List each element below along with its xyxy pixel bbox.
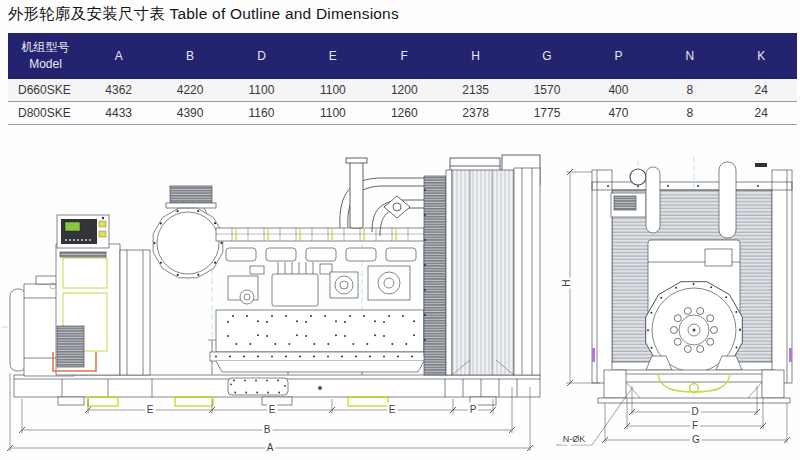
dim-cell: 4220 xyxy=(154,79,225,102)
dimensions-table: 机组型号 Model A B D E F H G P N K D660SKE 4… xyxy=(8,33,797,125)
dim-cell: 470 xyxy=(583,102,654,125)
table-row: D660SKE 4362 4220 1100 1100 1200 2135 15… xyxy=(8,79,797,102)
engine-block xyxy=(210,228,442,372)
louver-vent xyxy=(57,326,84,367)
lcd-screen xyxy=(65,222,80,231)
dim-cell: 4390 xyxy=(154,102,225,125)
col-header-e: E xyxy=(297,33,368,79)
col-header-h: H xyxy=(440,33,511,79)
dim-label-f: F xyxy=(692,420,698,431)
dim-cell: 1100 xyxy=(226,79,297,102)
dim-label-g: G xyxy=(692,434,700,445)
col-header-g: G xyxy=(511,33,582,79)
model-header-en: Model xyxy=(8,56,83,73)
dim-label-b: B xyxy=(264,424,271,435)
dim-label-e3: E xyxy=(389,404,396,415)
dim-cell: 1260 xyxy=(369,102,440,125)
table-header-row: 机组型号 Model A B D E F H G P N K xyxy=(8,33,797,79)
dim-cell: 4362 xyxy=(83,79,154,102)
dim-cell: 4433 xyxy=(83,102,154,125)
col-header-f: F xyxy=(369,33,440,79)
table-row: D800SKE 4433 4390 1160 1100 1260 2378 17… xyxy=(8,102,797,125)
dim-cell: 2378 xyxy=(440,102,511,125)
radiator-core xyxy=(452,170,514,375)
exhaust-pipe xyxy=(646,167,660,233)
dim-cell: 1160 xyxy=(226,102,297,125)
control-panel xyxy=(57,215,109,248)
dimension-labels-side: E E E P B A xyxy=(147,404,477,453)
dim-cell: 8 xyxy=(654,79,725,102)
dim-label-h: H xyxy=(561,279,572,286)
dim-cell: 1570 xyxy=(511,79,582,102)
filler-cap xyxy=(630,169,646,185)
dim-cell: 2135 xyxy=(440,79,511,102)
col-header-k: K xyxy=(726,33,797,79)
dim-label-e2: E xyxy=(269,404,276,415)
dim-cell: 400 xyxy=(583,79,654,102)
radiator xyxy=(424,168,540,375)
dim-cell: 8 xyxy=(654,102,725,125)
col-header-p: P xyxy=(583,33,654,79)
exhaust-pipe xyxy=(719,162,736,238)
dim-cell: 1100 xyxy=(297,102,368,125)
dim-label-e1: E xyxy=(147,404,154,415)
page-title: 外形轮廓及安装尺寸表 Table of Outline and Dimensio… xyxy=(8,4,399,25)
model-header-cn: 机组型号 xyxy=(8,39,83,56)
flywheel-housing xyxy=(120,250,150,375)
end-view-drawing: H D F G N-ØK xyxy=(552,148,800,460)
nameplate xyxy=(705,249,732,266)
col-header-a: A xyxy=(83,33,154,79)
fan-shroud xyxy=(424,176,446,375)
dim-cell: 24 xyxy=(726,79,797,102)
dim-label-p: P xyxy=(470,404,477,415)
side-view-drawing: E E E P B A xyxy=(0,148,548,460)
dim-cell: 1200 xyxy=(369,79,440,102)
generator-end xyxy=(646,240,743,378)
dim-cell: 1775 xyxy=(511,102,582,125)
model-cell: D660SKE xyxy=(8,79,83,102)
control-cabinet xyxy=(50,244,120,375)
bolt-callout-label: N-ØK xyxy=(563,434,586,444)
dim-cell: 1100 xyxy=(297,79,368,102)
dim-label-a: A xyxy=(267,442,274,453)
dim-label-d: D xyxy=(691,406,698,417)
col-header-n: N xyxy=(654,33,725,79)
air-cleaner xyxy=(153,186,223,278)
col-header-d: D xyxy=(226,33,297,79)
model-column-header: 机组型号 Model xyxy=(8,33,83,79)
fuel-pump xyxy=(272,274,318,306)
model-cell: D800SKE xyxy=(8,102,83,125)
dim-cell: 24 xyxy=(726,102,797,125)
col-header-b: B xyxy=(154,33,225,79)
